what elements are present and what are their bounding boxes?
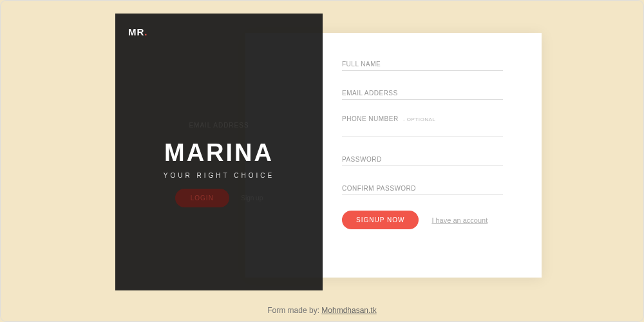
confirm-password-field bbox=[342, 182, 503, 195]
ghost-email-label: EMAIL ADDRESS bbox=[115, 122, 323, 129]
signup-actions: SIGNUP NOW I have an account bbox=[342, 211, 503, 229]
fullname-field bbox=[342, 57, 503, 71]
page-container: PHONE NUMBER - OPTIONAL SIGNUP NOW I hav… bbox=[1, 1, 643, 321]
phone-field: PHONE NUMBER - OPTIONAL bbox=[342, 115, 503, 137]
email-field bbox=[342, 86, 503, 100]
email-input[interactable] bbox=[342, 87, 503, 100]
phone-hint: - OPTIONAL bbox=[403, 117, 435, 122]
footer-author-link[interactable]: Mohmdhasan.tk bbox=[321, 306, 376, 315]
brand-subtitle: YOUR RIGHT CHOICE bbox=[115, 172, 323, 179]
logo-dot: . bbox=[144, 26, 147, 37]
signup-button[interactable]: SIGNUP NOW bbox=[342, 211, 419, 229]
phone-input[interactable] bbox=[342, 124, 503, 137]
password-input[interactable] bbox=[342, 153, 503, 166]
fullname-input[interactable] bbox=[342, 58, 503, 71]
have-account-link[interactable]: I have an account bbox=[431, 216, 488, 224]
password-field bbox=[342, 153, 503, 166]
logo: MR. bbox=[128, 26, 310, 37]
ghost-signup-link[interactable]: Sign up bbox=[241, 194, 263, 202]
brand: MARINA YOUR RIGHT CHOICE bbox=[115, 139, 323, 179]
ghost-actions: LOGIN Sign up bbox=[115, 189, 323, 207]
confirm-password-input[interactable] bbox=[342, 182, 503, 195]
overlay-card: MR. EMAIL ADDRESS MARINA YOUR RIGHT CHOI… bbox=[115, 14, 323, 290]
logo-text: MR bbox=[128, 26, 144, 37]
phone-label: PHONE NUMBER bbox=[342, 115, 399, 122]
login-button[interactable]: LOGIN bbox=[175, 189, 229, 207]
brand-title: MARINA bbox=[115, 139, 323, 167]
footer-prefix: Form made by: bbox=[267, 306, 321, 315]
footer: Form made by: Mohmdhasan.tk bbox=[1, 306, 643, 315]
